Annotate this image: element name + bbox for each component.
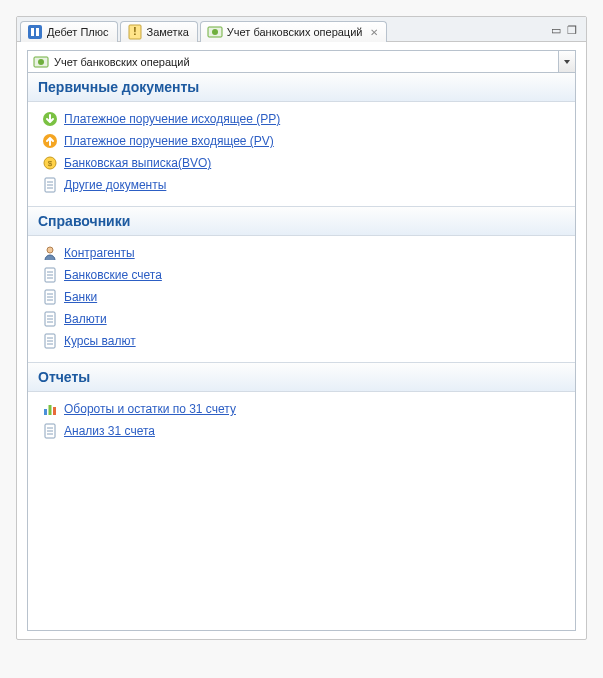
window-controls: ▭ ❐ — [551, 24, 583, 37]
list-item: Обороты и остатки по 31 счету — [32, 398, 571, 420]
list-item: Анализ 31 счета — [32, 420, 571, 442]
section-header-catalogs: Справочники — [28, 206, 575, 236]
chart-icon — [42, 401, 58, 417]
section-items-primary-docs: Платежное поручение исходящее (PP) Плате… — [28, 102, 575, 206]
list-item: Валюти — [32, 308, 571, 330]
tab-debit-plus[interactable]: Дебет Плюс — [20, 21, 118, 42]
svg-text:!: ! — [133, 26, 136, 37]
list-item: $ Банковская выписка(BVO) — [32, 152, 571, 174]
svg-rect-36 — [53, 407, 56, 415]
link-turnover-report[interactable]: Обороты и остатки по 31 счету — [64, 402, 236, 416]
link-account-analysis[interactable]: Анализ 31 счета — [64, 424, 155, 438]
tab-label: Заметка — [147, 26, 189, 38]
section-header-reports: Отчеты — [28, 362, 575, 392]
doc-icon — [42, 423, 58, 439]
doc-icon — [42, 267, 58, 283]
section-items-catalogs: Контрагенты Банковские счета Банки Валют… — [28, 236, 575, 362]
link-currencies[interactable]: Валюти — [64, 312, 107, 326]
module-selector-value: Учет банковских операций — [54, 56, 190, 68]
list-item: Курсы валют — [32, 330, 571, 352]
svg-point-8 — [38, 59, 44, 65]
tab-label: Учет банковских операций — [227, 26, 363, 38]
bank-ops-icon — [207, 24, 223, 40]
maximize-button[interactable]: ❐ — [567, 24, 577, 37]
section-items-reports: Обороты и остатки по 31 счету Анализ 31 … — [28, 392, 575, 452]
person-icon — [42, 245, 58, 261]
doc-icon — [42, 177, 58, 193]
tab-bar: Дебет Плюс ! Заметка Учет банковских опе… — [17, 17, 586, 42]
list-item: Платежное поручение входящее (PV) — [32, 130, 571, 152]
note-icon: ! — [127, 24, 143, 40]
link-payment-in[interactable]: Платежное поручение входящее (PV) — [64, 134, 274, 148]
link-exchange-rates[interactable]: Курсы валют — [64, 334, 136, 348]
content-area: Учет банковских операций Первичные докум… — [17, 42, 586, 639]
svg-text:$: $ — [48, 159, 53, 168]
chevron-down-icon — [564, 60, 570, 64]
link-other-docs[interactable]: Другие документы — [64, 178, 166, 192]
arrow-down-green-icon — [42, 111, 58, 127]
list-item: Банковские счета — [32, 264, 571, 286]
module-selector-dropdown-button[interactable] — [558, 50, 576, 73]
svg-rect-1 — [31, 28, 34, 36]
doc-icon — [42, 311, 58, 327]
section-header-primary-docs: Первичные документы — [28, 73, 575, 102]
svg-point-6 — [212, 29, 218, 35]
link-bank-statement[interactable]: Банковская выписка(BVO) — [64, 156, 211, 170]
list-item: Контрагенты — [32, 242, 571, 264]
close-icon[interactable]: ✕ — [370, 27, 378, 38]
tab-label: Дебет Плюс — [47, 26, 109, 38]
tab-bank-ops[interactable]: Учет банковских операций ✕ — [200, 21, 388, 42]
list-item: Банки — [32, 286, 571, 308]
doc-icon — [42, 333, 58, 349]
main-window: Дебет Плюс ! Заметка Учет банковских опе… — [16, 16, 587, 640]
link-counterparties[interactable]: Контрагенты — [64, 246, 135, 260]
bank-ops-icon — [33, 54, 49, 70]
link-payment-out[interactable]: Платежное поручение исходящее (PP) — [64, 112, 280, 126]
svg-rect-34 — [44, 409, 47, 415]
svg-rect-2 — [36, 28, 39, 36]
svg-rect-0 — [28, 25, 42, 39]
app-icon — [27, 24, 43, 40]
module-selector[interactable]: Учет банковских операций — [27, 50, 558, 73]
sections-scroll[interactable]: Первичные документы Платежное поручение … — [27, 73, 576, 631]
svg-point-17 — [47, 247, 53, 253]
svg-rect-35 — [49, 405, 52, 415]
link-banks[interactable]: Банки — [64, 290, 97, 304]
link-bank-accounts[interactable]: Банковские счета — [64, 268, 162, 282]
tab-note[interactable]: ! Заметка — [120, 21, 198, 42]
list-item: Другие документы — [32, 174, 571, 196]
minimize-button[interactable]: ▭ — [551, 24, 561, 37]
arrow-up-orange-icon — [42, 133, 58, 149]
coin-icon: $ — [42, 155, 58, 171]
list-item: Платежное поручение исходящее (PP) — [32, 108, 571, 130]
doc-icon — [42, 289, 58, 305]
